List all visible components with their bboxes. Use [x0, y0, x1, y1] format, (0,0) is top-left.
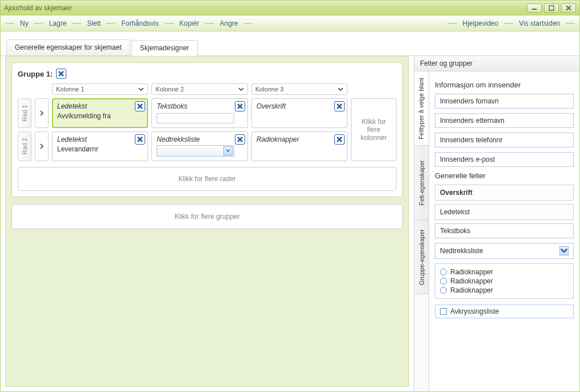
generic-ledetekst[interactable]: Ledetekst [435, 204, 574, 220]
toolbar-hjelpevideo[interactable]: Hjelpevideo [459, 15, 502, 31]
right-panel-title: Felter og grupper [414, 56, 579, 71]
row-1-expand[interactable] [35, 98, 49, 128]
row-1-label: Rad 1 [18, 98, 31, 128]
field-sender-email[interactable]: Innsenders e-post [435, 152, 574, 167]
chevron-right-icon [39, 110, 44, 117]
vtab-field-properties[interactable]: Felt-egenskaper [414, 146, 429, 220]
generic-nedtrekksliste[interactable]: Nedtrekksliste [435, 243, 574, 259]
toolbar-slett[interactable]: Slett [83, 15, 104, 31]
field-sender-firstname[interactable]: Innsenders fornavn [435, 94, 574, 109]
col-header-3[interactable]: Kolonne 3 [251, 83, 347, 95]
cell-r2-c3[interactable]: Radioknapper [251, 131, 347, 161]
right-panel-body: Felttyper å velge blant Felt-egenskaper … [414, 71, 579, 391]
window-title: Ajourhold av skjemaer [4, 4, 72, 12]
more-columns-button[interactable]: Klikk for flere kolonner [351, 98, 397, 161]
toolbar-sep [5, 23, 14, 24]
tab-general[interactable]: Generelle egenskaper for skjemaet [6, 39, 130, 55]
minimize-button[interactable] [527, 3, 542, 13]
svg-rect-1 [549, 6, 554, 10]
chevron-down-icon [138, 87, 144, 91]
tabs-row: Generelle egenskaper for skjemaet Skjema… [1, 31, 579, 55]
cell-delete-button[interactable] [334, 101, 345, 111]
more-rows-button[interactable]: Klikk for flere rader [18, 167, 397, 191]
content-area: Generelle egenskaper for skjemaet Skjema… [1, 31, 579, 391]
right-panel-content[interactable]: Informasjon om innsender Innsenders forn… [429, 71, 579, 391]
cell-delete-button[interactable] [235, 134, 245, 145]
group-box: Gruppe 1: Kolonne 1 [11, 62, 403, 197]
toolbar-vis-startsiden[interactable]: Vis startsiden [515, 15, 563, 31]
generic-tekstboks[interactable]: Tekstboks [435, 223, 574, 238]
chevron-down-icon [238, 87, 244, 91]
maximize-button[interactable] [544, 3, 559, 13]
chevron-right-icon [39, 143, 44, 150]
titlebar: Ajourhold av skjemaer [1, 1, 579, 15]
vtab-group-properties[interactable]: Gruppe-egenskaper [414, 220, 429, 294]
toolbar-forhandsvis[interactable]: Forhåndsvis [118, 15, 162, 31]
generic-checkbox-list[interactable]: Avkryssingsliste [435, 305, 574, 318]
dropdown-preview[interactable] [157, 145, 234, 157]
more-groups-button[interactable]: Klikk for flere grupper [11, 204, 403, 229]
body-row: Gruppe 1: Kolonne 1 [1, 55, 579, 391]
vertical-tabs: Felttyper å velge blant Felt-egenskaper … [414, 71, 429, 391]
chevron-down-icon [223, 146, 233, 155]
section-generic-fields: Generelle felter [435, 171, 574, 180]
radio-option[interactable]: Radioknapper [435, 267, 573, 277]
cell-r1-c3[interactable]: Overskrift [251, 98, 347, 128]
close-button[interactable] [561, 3, 576, 13]
field-sender-phone[interactable]: Innsenders telefonnr [435, 133, 574, 147]
cell-delete-button[interactable] [135, 101, 145, 111]
group-delete-button[interactable] [56, 69, 66, 79]
group-header: Gruppe 1: [18, 69, 397, 79]
cell-r1-c2[interactable]: Tekstboks [151, 98, 247, 128]
right-panel: Felter og grupper Felttyper å velge blan… [414, 56, 579, 391]
row-2: Rad 2 Ledetekst Leverandørnr [18, 131, 347, 161]
radio-icon [440, 269, 447, 275]
app-window: Ajourhold av skjemaer Ny Lagre Slett For… [0, 0, 580, 392]
generic-radiogroup[interactable]: Radioknapper Radioknapper Radioknapper [435, 263, 574, 299]
radio-icon [440, 287, 447, 294]
cell-delete-button[interactable] [135, 134, 145, 145]
generic-overskrift[interactable]: Overskrift [435, 185, 574, 201]
toolbar-angre[interactable]: Angre [216, 15, 241, 31]
cell-delete-button[interactable] [334, 134, 345, 145]
col-header-2[interactable]: Kolonne 2 [151, 83, 247, 95]
toolbar: Ny Lagre Slett Forhåndsvis Kopiér Angre … [1, 15, 579, 31]
col-header-1[interactable]: Kolonne 1 [52, 83, 148, 95]
section-sender-info: Informasjon om innsender [435, 81, 574, 89]
checkbox-icon [440, 308, 447, 315]
field-sender-lastname[interactable]: Innsenders etternavn [435, 113, 574, 128]
chevron-down-icon [559, 246, 569, 255]
row-1: Rad 1 Ledetekst Avviksmelding fra [18, 98, 347, 128]
cell-r2-c1[interactable]: Ledetekst Leverandørnr [52, 131, 148, 161]
radio-icon [440, 278, 447, 285]
toolbar-lagre[interactable]: Lagre [46, 15, 70, 31]
designer-canvas: Gruppe 1: Kolonne 1 [5, 56, 409, 387]
radio-option[interactable]: Radioknapper [435, 277, 573, 286]
vtab-field-types[interactable]: Felttyper å velge blant [414, 71, 429, 146]
group-label: Gruppe 1: [18, 70, 53, 78]
toolbar-kopier[interactable]: Kopiér [176, 15, 203, 31]
row-2-label: Rad 2 [18, 131, 31, 161]
cell-r1-c1[interactable]: Ledetekst Avviksmelding fra [52, 98, 148, 128]
tab-designer[interactable]: Skjemadesigner [131, 40, 198, 56]
cell-r2-c2[interactable]: Nedtrekksliste [151, 131, 247, 161]
textbox-preview[interactable] [157, 113, 234, 123]
toolbar-ny[interactable]: Ny [17, 15, 32, 31]
row-2-expand[interactable] [35, 131, 49, 161]
cell-delete-button[interactable] [235, 101, 245, 111]
chevron-down-icon [338, 87, 343, 91]
window-controls [527, 3, 576, 13]
radio-option[interactable]: Radioknapper [435, 286, 573, 295]
